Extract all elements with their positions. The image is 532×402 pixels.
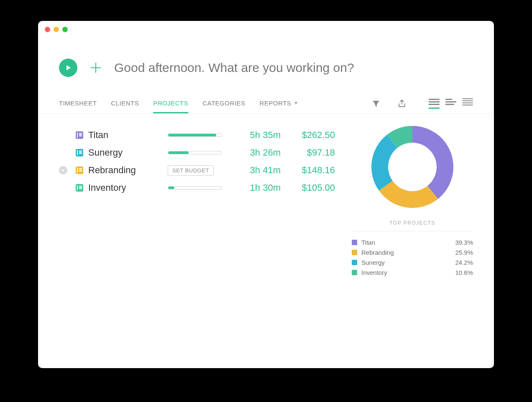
donut-chart (368, 123, 456, 211)
legend-name: Rebranding (361, 249, 455, 256)
tab-reports[interactable]: REPORTS ▼ (259, 94, 298, 113)
legend-swatch (352, 260, 357, 265)
budget-progress (168, 151, 222, 154)
legend-name: Inventory (361, 269, 455, 276)
app-window: TIMESHEET CLIENTS PROJECTS CATEGORIES RE… (38, 21, 494, 368)
view-list-button[interactable] (429, 99, 440, 109)
project-duration: 1h 30m (235, 182, 281, 193)
tabs: TIMESHEET CLIENTS PROJECTS CATEGORIES RE… (38, 94, 494, 114)
view-compact-button[interactable] (462, 98, 473, 109)
budget-progress (168, 133, 222, 137)
task-input[interactable] (114, 61, 473, 75)
project-amount: $148.16 (285, 165, 335, 176)
legend-percent: 10.6% (455, 269, 473, 276)
tab-reports-label: REPORTS (259, 100, 291, 107)
project-duration: 3h 26m (235, 147, 281, 158)
project-name: Inventory (88, 182, 164, 193)
plus-icon (89, 61, 102, 74)
legend-row: Sunergy 24.2% (352, 257, 473, 267)
share-icon (397, 99, 407, 108)
header (38, 21, 494, 94)
close-window-button[interactable] (45, 27, 50, 32)
legend-name: Titan (361, 239, 455, 246)
chart-legend: Titan 39.3% Rebranding 25.9% Sunergy 24.… (352, 237, 473, 277)
view-toggles (429, 98, 473, 109)
maximize-window-button[interactable] (62, 27, 68, 32)
view-grouped-button[interactable] (445, 99, 456, 109)
legend-row: Inventory 10.6% (352, 267, 473, 277)
project-amount: $97.18 (285, 147, 335, 158)
svg-marker-0 (66, 65, 71, 70)
filter-button[interactable] (370, 98, 382, 110)
play-icon (65, 64, 72, 71)
legend-percent: 24.2% (455, 259, 473, 266)
legend-row: Titan 39.3% (352, 237, 473, 247)
row-play-button[interactable] (59, 166, 67, 174)
project-duration: 3h 41m (235, 165, 281, 176)
legend-swatch (352, 270, 357, 275)
legend-swatch (352, 250, 357, 255)
tab-timesheet[interactable]: TIMESHEET (59, 94, 97, 113)
tab-categories[interactable]: CATEGORIES (202, 94, 245, 113)
svg-marker-6 (62, 169, 65, 172)
legend-swatch (352, 240, 357, 245)
project-row[interactable]: Rebranding SET BUDGET 3h 41m $148.16 (59, 161, 339, 179)
donut-slice (412, 126, 453, 199)
legend-percent: 39.3% (455, 239, 473, 246)
tab-clients[interactable]: CLIENTS (111, 94, 139, 113)
legend-name: Sunergy (361, 259, 455, 266)
project-amount: $262.50 (285, 130, 335, 141)
start-timer-button[interactable] (59, 59, 77, 77)
project-icon (76, 166, 83, 174)
project-name: Rebranding (88, 165, 164, 176)
project-row[interactable]: Titan 5h 35m $262.50 (59, 126, 339, 144)
export-button[interactable] (396, 98, 408, 110)
window-controls (45, 27, 68, 32)
project-row[interactable]: Sunergy 3h 26m $97.18 (59, 144, 339, 161)
project-amount: $105.00 (285, 182, 335, 193)
project-icon (76, 184, 83, 192)
project-name: Sunergy (88, 147, 164, 158)
project-duration: 5h 35m (235, 130, 281, 141)
add-entry-button[interactable] (87, 59, 104, 76)
legend-row: Rebranding 25.9% (352, 247, 473, 257)
legend-percent: 25.9% (455, 249, 473, 256)
minimize-window-button[interactable] (54, 27, 59, 32)
budget-progress (168, 186, 222, 189)
divider (352, 231, 473, 231)
content: Titan 5h 35m $262.50 Sunergy 3h 26m $97.… (38, 114, 494, 290)
project-row[interactable]: Inventory 1h 30m $105.00 (59, 179, 339, 197)
top-projects-panel: TOP PROJECTS Titan 39.3% Rebranding 25.9… (352, 126, 473, 277)
dropdown-icon: ▼ (294, 100, 298, 105)
project-icon (76, 131, 83, 139)
set-budget-button[interactable]: SET BUDGET (168, 165, 214, 176)
project-name: Titan (88, 130, 164, 141)
project-list: Titan 5h 35m $262.50 Sunergy 3h 26m $97.… (59, 126, 339, 277)
chart-title: TOP PROJECTS (389, 220, 435, 226)
project-icon (76, 149, 83, 156)
svg-marker-3 (373, 101, 379, 107)
funnel-icon (372, 100, 380, 108)
tab-projects[interactable]: PROJECTS (153, 94, 188, 113)
